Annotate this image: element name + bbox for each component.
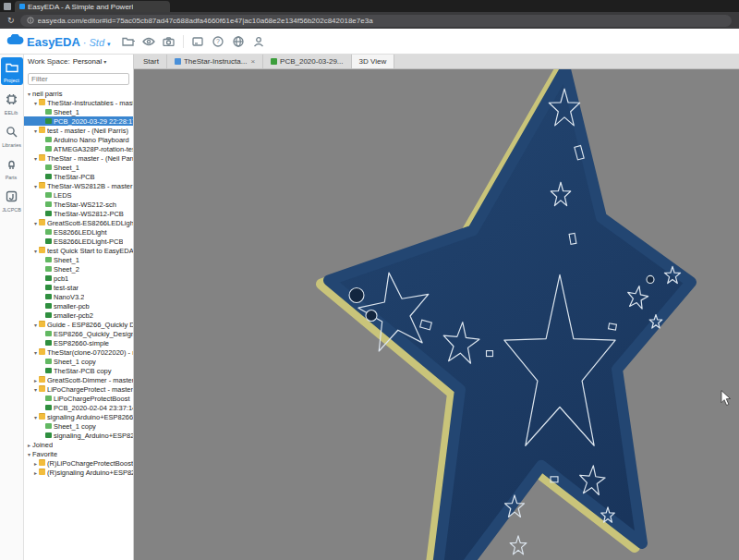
sidebar-item-libraries[interactable]: Libraries — [1, 122, 23, 150]
browser-url-bar: ↻ easyeda.com/editor#id=75ac05cb87ad47c6… — [0, 12, 739, 29]
tree-caret-icon[interactable]: ▸ — [26, 442, 32, 448]
tree-item-label: NanoV3.2 — [54, 293, 84, 301]
tree-item[interactable]: ATMEGA328P-rotation-test — [24, 144, 133, 153]
tree-item[interactable]: ESP8266_Quickly_Design — [24, 329, 133, 338]
tree-item[interactable]: Sheet_1 — [24, 163, 133, 172]
tree-item[interactable]: TheStar-WS212-sch — [24, 200, 133, 209]
tree-item[interactable]: NanoV3.2 — [24, 292, 133, 301]
browser-tab[interactable]: EasyEDA - A Simple and Powerl — [15, 1, 170, 12]
tree-item[interactable]: ES8266LEDLight-PCB — [24, 237, 133, 246]
tree-item[interactable]: Sheet_1 copy — [24, 357, 133, 366]
tree-item-label: Sheet_1 copy — [54, 422, 96, 431]
tree-item[interactable]: ▸(R)LiPoChargeProtectBoost copy ... — [24, 458, 133, 468]
tab-search-icon[interactable] — [4, 3, 11, 10]
tree-item[interactable]: Sheet_2 — [24, 264, 133, 274]
sidebar-item-parts[interactable]: Parts — [1, 154, 23, 182]
tree-item-label: TheStar-WS2812B - master - (Neil... — [47, 182, 133, 190]
file-menu-icon[interactable] — [120, 33, 137, 50]
tree-item[interactable]: ▸(R)signaling Arduino+ESP8266+SI... — [24, 468, 133, 477]
tree-item-label: PCB_2020-02-04 23:37:14 — [54, 404, 133, 412]
tree-item-label: test Quick Start to EasyEDA - mast... — [47, 247, 133, 255]
tree-item[interactable]: signaling_Arduino+ESP8266+SIM... — [24, 431, 133, 440]
tree-caret-icon[interactable]: ▾ — [26, 451, 32, 457]
tree-item[interactable]: LEDS — [24, 190, 133, 200]
language-globe-icon[interactable] — [230, 33, 247, 50]
tree-caret-icon[interactable]: ▾ — [32, 414, 39, 420]
filter-input[interactable] — [28, 73, 129, 85]
doc-tab-3d-view[interactable]: 3D View — [352, 55, 395, 68]
tree-item[interactable]: ▾Favorite — [24, 449, 133, 458]
tree-item[interactable]: ▾TheStar - master - (Neil Parris) — [24, 153, 133, 163]
tree-item[interactable]: ▾Guide - ESP8266_Quickly Design ... — [24, 320, 133, 329]
tree-caret-icon[interactable]: ▾ — [26, 91, 32, 97]
tree-item[interactable]: test-star — [24, 283, 133, 292]
tree-item[interactable]: LiPoChargeProtectBoost — [24, 394, 133, 403]
folder-icon — [39, 155, 45, 161]
tree-item[interactable]: PCB_2020-02-04 23:37:14 — [24, 403, 133, 412]
sidebar-item-eelib[interactable]: EELib — [1, 90, 23, 117]
tree-caret-icon[interactable]: ▸ — [32, 460, 39, 467]
3d-viewport[interactable] — [134, 69, 739, 560]
sidebar-item-jlcpcb[interactable]: JLCPCB — [1, 187, 23, 214]
user-account-icon[interactable] — [250, 33, 267, 50]
view-eye-icon[interactable] — [140, 33, 157, 50]
workspace-select[interactable]: Personal ▾ — [73, 57, 107, 66]
edition-caret-icon[interactable]: ▾ — [107, 41, 111, 48]
tree-caret-icon[interactable]: ▾ — [32, 155, 39, 162]
tree-item[interactable]: Arduino Nano Playboard — [24, 135, 133, 144]
tree-item[interactable]: ▸Joined — [24, 440, 133, 449]
doc-tab-pcb-2020-03-29-[interactable]: PCB_2020-03-29... — [263, 55, 352, 68]
tree-item[interactable]: ES8266LEDLight — [24, 227, 133, 237]
tree-caret-icon[interactable]: ▾ — [32, 386, 39, 393]
tree-item[interactable]: ▾TheStar-WS2812B - master - (Neil... — [24, 181, 133, 190]
reload-icon[interactable]: ↻ — [7, 17, 15, 25]
app-header: EasyEDA · Std ▾ ? — [0, 29, 739, 55]
tree-item[interactable]: TheStar-PCB — [24, 172, 133, 181]
tree-caret-icon[interactable]: ▾ — [32, 128, 39, 134]
tree-caret-icon[interactable]: ▸ — [32, 377, 39, 383]
tree-item-label: ESP82660-simple — [54, 339, 109, 347]
tree-item[interactable]: ▸GreatScott-Dimmer - master - (Neil... — [24, 375, 133, 384]
close-tab-icon[interactable]: × — [250, 57, 255, 66]
easyeda-favicon — [19, 4, 25, 9]
doc-tab-thestar-instructa-[interactable]: TheStar-Instructa...× — [167, 55, 263, 68]
tree-caret-icon[interactable]: ▸ — [32, 469, 39, 476]
easyeda-logo[interactable]: EasyEDA · Std ▾ — [6, 34, 111, 49]
help-icon[interactable]: ? — [210, 33, 226, 50]
sidebar-item-project[interactable]: Project — [1, 57, 23, 85]
tree-item[interactable]: ▾test - master - (Neil Parris) — [24, 126, 133, 135]
tree-item[interactable]: ▾signaling Arduino+ESP8266+SIM8... — [24, 412, 133, 421]
tree-item[interactable]: ▾LiPoChargeProtect - master - (Neil ... — [24, 384, 133, 394]
page-info-icon[interactable] — [27, 17, 34, 24]
tree-item[interactable]: TheStar-PCB copy — [24, 366, 133, 375]
doc-tab-start[interactable]: Start — [136, 55, 167, 68]
tree-caret-icon[interactable]: ▾ — [32, 322, 39, 328]
tree-item[interactable]: PCB_2020-03-29 22:28:17 — [24, 116, 133, 126]
address-bar[interactable]: easyeda.com/editor#id=75ac05cb87ad47c688… — [20, 15, 732, 27]
tree-caret-icon[interactable]: ▾ — [32, 220, 39, 226]
folder-icon — [39, 322, 45, 327]
tree-item[interactable]: TheStar-WS2812-PCB — [24, 209, 133, 218]
sheet-icon — [45, 359, 52, 364]
tree-item[interactable]: ▾TheStar-Instructables - master - (N... — [24, 98, 133, 107]
tree-item[interactable]: ESP82660-simple — [24, 338, 133, 347]
tree-caret-icon[interactable]: ▾ — [32, 349, 39, 356]
tree-item[interactable]: ▾TheStar(clone-07022020) - master-... — [24, 347, 133, 357]
tree-caret-icon[interactable]: ▾ — [32, 183, 39, 189]
tree-item[interactable]: ▾test Quick Start to EasyEDA - mast... — [24, 246, 133, 255]
tree-item[interactable]: Sheet_1 — [24, 255, 133, 264]
tree-item[interactable]: smaller-pcb2 — [24, 310, 133, 320]
tree-item[interactable]: smaller-pcb — [24, 301, 133, 310]
tree-item[interactable]: ▾GreatScott-ES8266LEDLight - mast... — [24, 218, 133, 227]
tree-item[interactable]: ▾neil parris — [24, 89, 133, 98]
tree-item[interactable]: pcb1 — [24, 274, 133, 283]
tree-caret-icon[interactable]: ▾ — [32, 100, 39, 106]
tree-item-label: Sheet_1 — [54, 256, 79, 264]
tree-item-label: pcb1 — [54, 274, 68, 283]
fullscreen-icon[interactable] — [189, 33, 206, 50]
tree-item-label: LiPoChargeProtectBoost — [54, 395, 130, 403]
snapshot-camera-icon[interactable] — [161, 33, 177, 50]
tree-caret-icon[interactable]: ▾ — [32, 248, 39, 254]
tree-item[interactable]: Sheet_1 copy — [24, 421, 133, 431]
tree-item[interactable]: Sheet_1 — [24, 107, 133, 116]
